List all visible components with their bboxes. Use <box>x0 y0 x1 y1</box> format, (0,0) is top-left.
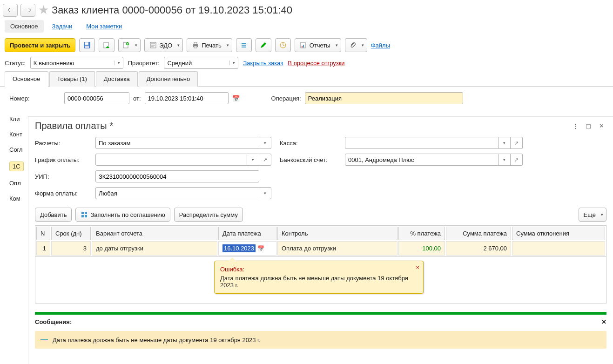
form-area: Номер: от: 📅 Операция: <box>0 87 613 114</box>
tab-main[interactable]: Основное <box>5 20 44 33</box>
num-input[interactable] <box>64 92 129 104</box>
edo-icon <box>149 41 157 49</box>
doc-tab-main[interactable]: Основное <box>5 71 48 87</box>
priority-label: Приоритет: <box>128 60 160 67</box>
edo-button[interactable]: ЭДО <box>144 38 183 52</box>
op-label: Операция: <box>271 95 301 102</box>
top-tabs: Основное Задачи Мои заметки <box>0 17 613 35</box>
save-button[interactable] <box>79 38 95 52</box>
files-link[interactable]: Файлы <box>371 42 390 49</box>
svg-rect-9 <box>194 46 197 48</box>
print-icon <box>192 41 199 49</box>
svg-rect-1 <box>85 42 88 45</box>
submit-close-button[interactable]: Провести и закрыть <box>5 38 75 52</box>
status-value: К выполнению <box>34 60 74 67</box>
svg-rect-8 <box>194 42 197 44</box>
svg-rect-12 <box>302 46 303 47</box>
print-label: Печать <box>202 42 222 49</box>
create-based-button[interactable] <box>118 38 141 52</box>
num-row: Номер: от: 📅 Операция: <box>9 92 604 104</box>
star-icon[interactable]: ★ <box>38 3 49 17</box>
reports-icon <box>300 41 307 49</box>
print-button[interactable]: Печать <box>187 38 232 52</box>
tab-notes[interactable]: Мои заметки <box>81 20 128 33</box>
reports-label: Отчеты <box>310 42 330 49</box>
clock-icon <box>279 41 287 49</box>
paperclip-icon <box>349 41 357 49</box>
edo-label: ЭДО <box>159 42 172 49</box>
doc-tab-goods[interactable]: Товары (1) <box>49 71 95 87</box>
create-icon <box>122 41 130 49</box>
num-label: Номер: <box>9 95 61 102</box>
list-icon <box>240 41 248 49</box>
main-toolbar: Провести и закрыть ЭДО Печать Отчеты Фай… <box>0 35 613 55</box>
doc-tabs: Основное Товары (1) Доставка Дополнитель… <box>0 71 613 87</box>
doc-tab-delivery[interactable]: Доставка <box>96 71 138 87</box>
pencil-icon <box>260 41 267 49</box>
svg-rect-13 <box>303 45 304 47</box>
submit-close-label: Провести и закрыть <box>10 42 70 49</box>
pencil-button[interactable] <box>256 38 271 52</box>
attach-button[interactable] <box>345 38 367 52</box>
status-row: Статус: К выполнению Приоритет: Средний … <box>0 55 613 71</box>
priority-value: Средний <box>167 60 192 67</box>
post-icon <box>103 41 110 49</box>
tab-tasks[interactable]: Задачи <box>47 20 78 33</box>
status-label: Статус: <box>5 60 26 67</box>
op-input[interactable] <box>305 92 463 104</box>
reports-button[interactable]: Отчеты <box>295 38 341 52</box>
svg-rect-2 <box>85 46 89 48</box>
doc-tab-extra[interactable]: Дополнительно <box>139 71 198 87</box>
forward-button[interactable]: 🡢 <box>20 4 35 17</box>
calendar-icon[interactable]: 📅 <box>232 95 240 102</box>
post-button[interactable] <box>99 38 115 52</box>
priority-select[interactable]: Средний <box>164 57 238 69</box>
from-label: от: <box>133 95 141 102</box>
close-order-link[interactable]: Закрыть заказ <box>243 60 283 67</box>
page-title: Заказ клиента 0000-000056 от 19.10.2023 … <box>52 4 292 16</box>
back-button[interactable]: 🡠 <box>3 4 18 17</box>
from-input[interactable] <box>145 92 229 104</box>
status-select[interactable]: К выполнению <box>30 57 123 69</box>
floppy-icon <box>83 41 91 49</box>
clock-button[interactable] <box>275 38 291 52</box>
list-button[interactable] <box>236 38 252 52</box>
shipping-link[interactable]: В процессе отгрузки <box>288 60 344 67</box>
nav-header: 🡠 🡢 ★ Заказ клиента 0000-000056 от 19.10… <box>0 0 613 17</box>
